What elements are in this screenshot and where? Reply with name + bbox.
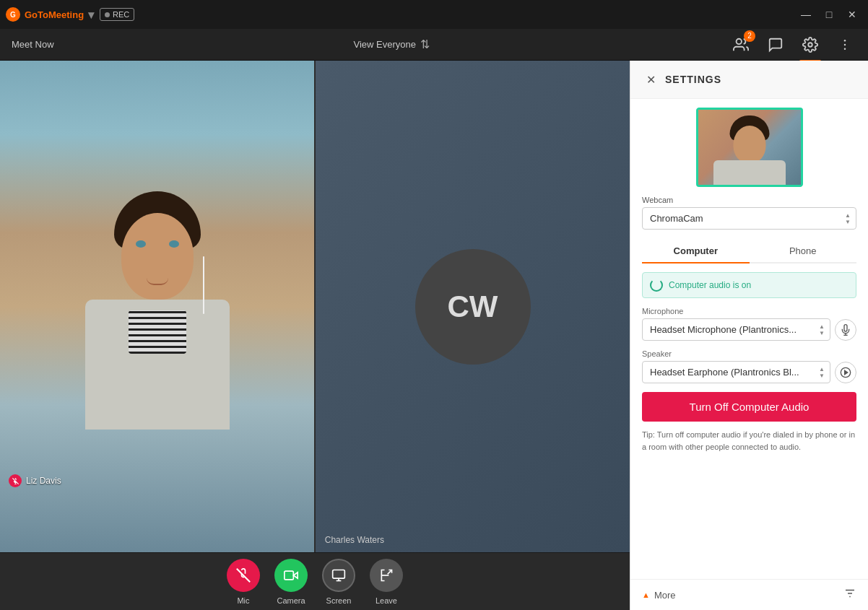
webcam-label: Webcam (642, 196, 856, 204)
participants-count-badge: 2 (744, 30, 755, 42)
settings-title: SETTINGS (665, 74, 721, 85)
more-button[interactable]: ▲ More (642, 590, 676, 601)
window-controls: — □ ✕ (796, 4, 862, 25)
audio-tabs: Computer Phone (642, 240, 856, 263)
avatar-initials: CW (448, 289, 498, 324)
speaker-test-button[interactable] (835, 362, 856, 383)
camera-button-icon (274, 559, 308, 592)
mic-button[interactable]: Mic (227, 559, 260, 605)
video-cell-right: CW (316, 61, 630, 552)
mic-off-icon (9, 474, 22, 487)
meet-now-label: Meet Now (12, 39, 54, 50)
speaker-select-wrapper: Headset Earphone (Plantronics Bl... ▲▼ (642, 361, 830, 383)
right-person-name-overlay: Charles Waters (325, 535, 384, 545)
speaker-select[interactable]: Headset Earphone (Plantronics Bl... (642, 361, 830, 383)
more-options-button[interactable] (833, 33, 856, 56)
chat-icon (768, 37, 784, 53)
settings-icon (802, 37, 818, 53)
mic-button-icon (227, 559, 260, 592)
chat-button[interactable] (764, 33, 787, 56)
microphone-label: Microphone (642, 307, 856, 315)
settings-close-button[interactable]: ✕ (642, 71, 659, 88)
screen-button-icon (322, 559, 355, 592)
view-everyone-label: View Everyone (354, 39, 416, 50)
mic-test-button[interactable] (835, 319, 856, 341)
dropdown-arrow-icon[interactable]: ▾ (88, 8, 94, 22)
svg-rect-9 (285, 571, 294, 580)
bottom-controls: Mic Camera Screen (0, 552, 630, 610)
settings-button[interactable] (799, 33, 822, 56)
leave-button-icon (370, 559, 403, 592)
svg-marker-16 (845, 370, 848, 374)
screen-button[interactable]: Screen (322, 559, 355, 605)
tab-computer[interactable]: Computer (642, 240, 750, 262)
participants-button[interactable]: 2 (729, 33, 752, 56)
filter-button[interactable] (843, 587, 856, 603)
video-cell-left: Liz Davis (0, 61, 316, 552)
participant-name-left: Liz Davis (9, 474, 61, 487)
audio-spin-icon (650, 279, 663, 292)
speaker-label: Speaker (642, 349, 856, 358)
right-person-name: Charles Waters (325, 535, 384, 545)
content-area: Liz Davis CW Mic (0, 61, 868, 610)
tip-text: Tip: Turn off computer audio if you're d… (642, 429, 856, 453)
mic-row: Headset Microphone (Plantronics... ▲▼ (642, 318, 856, 341)
view-everyone-button[interactable]: View Everyone ⇅ (354, 38, 430, 51)
left-person-name: Liz Davis (26, 476, 61, 486)
app-name: GoToMeeting (25, 9, 84, 20)
mic-select-wrapper: Headset Microphone (Plantronics... ▲▼ (642, 318, 830, 341)
toolbar-right: 2 (729, 33, 856, 56)
main-toolbar: Meet Now View Everyone ⇅ 2 (0, 29, 868, 61)
svg-point-4 (844, 48, 846, 50)
camera-label: Camera (277, 596, 305, 605)
svg-point-3 (844, 43, 846, 45)
svg-point-0 (737, 38, 742, 43)
video-grid: Liz Davis CW (0, 61, 630, 552)
filter-icon (843, 587, 856, 600)
camera-button[interactable]: Camera (274, 559, 308, 605)
participant-avatar-right: CW (415, 249, 531, 365)
svg-rect-10 (333, 570, 345, 578)
tab-phone[interactable]: Phone (750, 240, 857, 262)
logo-icon: G (6, 7, 20, 22)
maximize-button[interactable]: □ (819, 4, 839, 25)
rec-label: REC (113, 10, 129, 19)
minimize-button[interactable]: — (796, 4, 816, 25)
more-up-arrow: ▲ (642, 591, 650, 599)
video-area: Liz Davis CW Mic (0, 61, 630, 610)
view-chevron-icon: ⇅ (420, 38, 430, 51)
webcam-select[interactable]: ChromaCam (642, 207, 856, 230)
more-label: More (654, 590, 676, 601)
speaker-row: Headset Earphone (Plantronics Bl... ▲▼ (642, 361, 856, 383)
webcam-preview (696, 108, 803, 187)
app-logo: G GoToMeeting ▾ (6, 7, 94, 22)
speaker-test-icon (840, 367, 851, 378)
mic-label: Mic (237, 596, 249, 605)
rec-dot-icon (105, 12, 110, 17)
mic-select[interactable]: Headset Microphone (Plantronics... (642, 318, 830, 341)
mic-test-icon (840, 324, 851, 336)
turn-off-audio-button[interactable]: Turn Off Computer Audio (642, 392, 856, 422)
settings-panel: ✕ SETTINGS Webcam ChromaCam ▲▼ (630, 61, 868, 610)
settings-body: Webcam ChromaCam ▲▼ Computer Phone Compu… (630, 99, 868, 579)
settings-footer: ▲ More (630, 579, 868, 610)
title-bar: G GoToMeeting ▾ REC — □ ✕ (0, 0, 868, 29)
svg-point-2 (844, 39, 846, 41)
leave-button[interactable]: Leave (370, 559, 403, 605)
webcam-select-wrapper: ChromaCam ▲▼ (642, 207, 856, 230)
screen-label: Screen (326, 596, 352, 605)
rec-badge: REC (100, 8, 134, 21)
audio-on-badge: Computer audio is on (642, 272, 856, 298)
svg-line-8 (237, 568, 250, 581)
svg-point-1 (808, 43, 812, 47)
audio-on-text: Computer audio is on (669, 280, 751, 290)
more-dots-icon (838, 38, 852, 52)
leave-label: Leave (376, 596, 397, 605)
close-button[interactable]: ✕ (842, 4, 862, 25)
settings-header: ✕ SETTINGS (630, 61, 868, 99)
